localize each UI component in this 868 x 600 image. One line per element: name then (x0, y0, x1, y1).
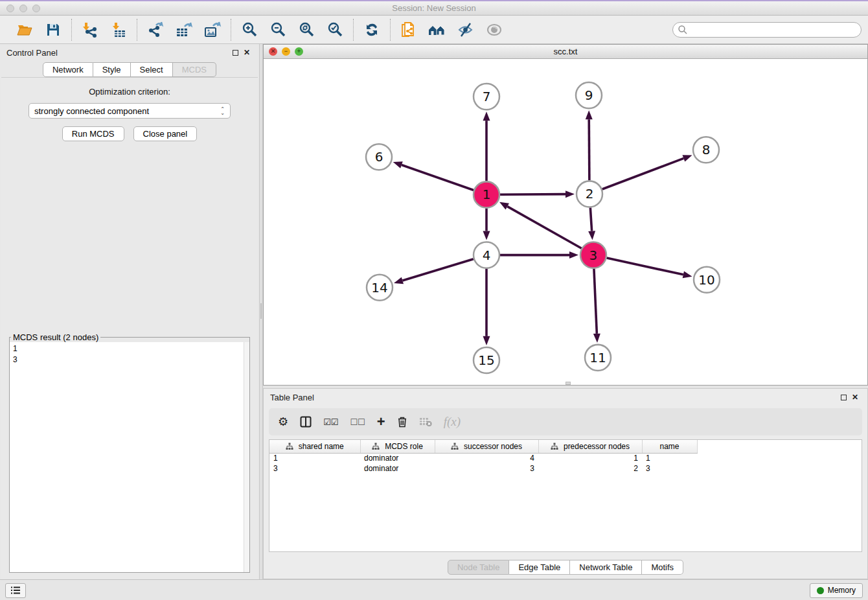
graph-arrowhead (682, 155, 692, 161)
open-session-button[interactable] (15, 20, 34, 40)
graph-edge-3-10[interactable] (607, 258, 683, 275)
export-network-icon (147, 21, 164, 38)
cell-predecessor-nodes: 2 (538, 463, 642, 474)
deselect-all-columns-button[interactable]: ☐☐ (350, 417, 365, 427)
function-builder-button[interactable]: f(x) (444, 415, 461, 429)
optimization-criterion-select[interactable]: strongly connected component ⌃⌄ (29, 103, 231, 119)
show-panels-button[interactable] (5, 583, 26, 598)
cell-mcds-role: dominator (360, 463, 435, 474)
graph-arrowhead (565, 190, 575, 198)
graph-edge-2-9[interactable] (589, 119, 589, 180)
import-network-button[interactable] (80, 20, 100, 40)
splitter-grip (260, 303, 262, 319)
new-network-from-selection-icon (400, 21, 418, 39)
control-panel-title: Control Panel (6, 48, 58, 58)
tab-network-table[interactable]: Network Table (570, 560, 642, 575)
export-image-button[interactable] (203, 20, 222, 40)
graph-arrowhead (569, 251, 578, 259)
column-header-name[interactable]: name (642, 440, 697, 453)
window-titlebar: Session: New Session (0, 1, 868, 16)
result-line: 1 (13, 343, 246, 354)
table-row[interactable]: 1 dominator 4 1 1 (269, 453, 697, 463)
graph-node-label-2: 2 (586, 186, 594, 202)
tab-style[interactable]: Style (93, 62, 131, 77)
zoom-selected-button[interactable] (325, 20, 345, 40)
zoom-in-button[interactable] (240, 20, 259, 40)
window-title: Session: New Session (0, 3, 868, 13)
select-all-columns-button[interactable]: ☑☑ (323, 417, 338, 427)
search-input[interactable] (688, 23, 861, 36)
graph-edge-3-11[interactable] (594, 269, 597, 334)
network-graph[interactable]: 7968124314101511 (264, 59, 867, 385)
close-panel-button[interactable]: ✕ (241, 47, 253, 58)
tab-mcds[interactable]: MCDS (173, 62, 216, 77)
table-row[interactable]: 3 dominator 3 2 3 (269, 463, 697, 474)
network-canvas[interactable]: 7968124314101511 (264, 59, 867, 385)
search-field[interactable] (672, 22, 862, 38)
graph-arrowhead (586, 110, 593, 119)
memory-button[interactable]: Memory (810, 583, 863, 598)
checked-boxes-icon: ☑☑ (323, 417, 338, 427)
close-table-panel-button[interactable]: ✕ (849, 391, 861, 403)
graph-edge-1-6[interactable] (402, 165, 474, 190)
table-settings-button[interactable]: ⚙ (278, 415, 288, 429)
graph-node-label-14: 14 (371, 280, 387, 295)
export-network-button[interactable] (146, 20, 165, 40)
column-view-button[interactable] (300, 416, 312, 428)
graph-arrowhead (588, 231, 595, 240)
graph-node-label-11: 11 (589, 350, 606, 365)
graph-edge-2-3[interactable] (590, 207, 591, 231)
mcds-result-text[interactable]: 1 3 (10, 342, 249, 572)
float-icon (233, 50, 238, 56)
new-network-from-selection-button[interactable] (399, 20, 418, 40)
float-table-panel-button[interactable] (838, 391, 849, 403)
float-panel-button[interactable] (229, 47, 241, 58)
import-table-icon (110, 21, 127, 38)
network-window-titlebar[interactable]: ✕ − + scc.txt (264, 45, 867, 59)
save-session-button[interactable] (43, 20, 63, 40)
tab-edge-table[interactable]: Edge Table (509, 560, 570, 575)
graph-edge-4-14[interactable] (402, 259, 473, 281)
panel-splitter[interactable] (259, 44, 263, 579)
graph-edge-2-8[interactable] (602, 158, 684, 189)
zoom-selected-icon (326, 21, 343, 38)
run-mcds-button[interactable]: Run MCDS (62, 126, 124, 141)
graph-node-label-8: 8 (702, 142, 711, 157)
table-panel-title: Table Panel (270, 393, 314, 402)
show-all-button[interactable] (485, 20, 504, 40)
export-table-button[interactable] (174, 20, 194, 40)
zoom-out-button[interactable] (268, 20, 288, 40)
delete-column-button[interactable] (397, 416, 407, 428)
delete-table-button[interactable] (419, 417, 432, 427)
tab-node-table[interactable]: Node Table (448, 560, 510, 575)
control-panel-tabs: Network Style Select MCDS (0, 62, 259, 77)
first-neighbors-button[interactable] (428, 20, 447, 40)
import-network-icon (82, 21, 98, 38)
graph-arrowhead (483, 336, 490, 345)
tab-motifs[interactable]: Motifs (642, 560, 683, 575)
column-header-shared-name[interactable]: shared name (269, 440, 360, 453)
tab-select[interactable]: Select (131, 62, 173, 77)
import-table-button[interactable] (109, 20, 128, 40)
cell-shared-name: 1 (269, 453, 360, 463)
apply-layout-button[interactable] (362, 20, 382, 40)
apply-layout-icon (363, 21, 380, 38)
column-header-predecessor-nodes[interactable]: predecessor nodes (538, 440, 642, 453)
chevron-up-down-icon: ⌃⌄ (220, 108, 225, 115)
graph-edge-3-1[interactable] (507, 207, 581, 249)
column-header-mcds-role[interactable]: MCDS role (360, 440, 435, 453)
graph-edge-1-2[interactable] (500, 194, 565, 195)
zoom-fit-button[interactable] (297, 20, 316, 40)
table-panel: Table Panel ✕ ⚙ ☑☑ ☐☐ + (263, 388, 868, 579)
tab-network[interactable]: Network (43, 62, 93, 77)
result-scrollbar[interactable] (244, 342, 249, 572)
add-column-button[interactable]: + (377, 413, 385, 430)
graph-node-label-15: 15 (478, 352, 494, 368)
table-header-row: shared name MCDS role successor nodes pr… (269, 440, 697, 453)
main-toolbar (0, 16, 868, 44)
graph-node-label-1: 1 (483, 187, 491, 202)
hide-selected-button[interactable] (456, 20, 475, 40)
column-header-successor-nodes[interactable]: successor nodes (435, 440, 538, 453)
canvas-resize-grip[interactable] (565, 382, 571, 385)
close-mcds-panel-button[interactable]: Close panel (133, 126, 198, 141)
